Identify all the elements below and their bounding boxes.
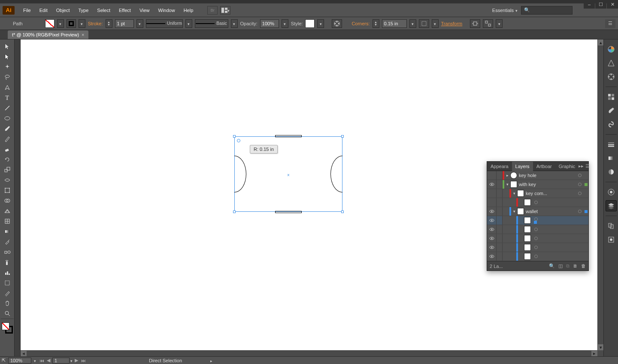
visibility-toggle[interactable] (487, 252, 497, 261)
pen-tool[interactable] (1, 82, 14, 93)
delete-layer-icon[interactable]: 🗑 (581, 263, 586, 269)
mesh-tool[interactable] (1, 216, 14, 226)
eyedropper-tool[interactable] (1, 237, 14, 247)
visibility-toggle[interactable] (487, 243, 497, 252)
stroke-swatch[interactable] (67, 19, 76, 28)
panel-tab-graphic-styles[interactable]: Graphic (555, 162, 579, 171)
scroll-up-icon[interactable]: ▴ (598, 39, 603, 45)
slice-tool[interactable] (1, 288, 14, 298)
lock-toggle[interactable] (497, 171, 503, 180)
brushes-panel-icon[interactable] (606, 105, 617, 116)
lock-toggle[interactable] (497, 189, 503, 198)
visibility-toggle[interactable] (487, 225, 497, 234)
variable-width-dropdown[interactable] (185, 19, 192, 28)
fill-dropdown[interactable] (57, 19, 64, 28)
zoom-tool[interactable] (1, 309, 14, 319)
menu-type[interactable]: Type (74, 6, 93, 15)
create-sublayer-icon[interactable]: ⧉ (566, 263, 570, 269)
paintbrush-tool[interactable] (1, 123, 14, 134)
layer-name[interactable] (531, 246, 588, 249)
perspective-grid-tool[interactable] (1, 206, 14, 216)
scroll-down-icon[interactable]: ▾ (598, 344, 603, 350)
free-transform-tool[interactable] (1, 185, 14, 196)
menu-view[interactable]: View (135, 6, 154, 15)
pencil-tool[interactable] (1, 134, 14, 144)
visibility-toggle[interactable] (487, 216, 497, 225)
panel-tab-artboards[interactable]: Artboar (533, 162, 555, 171)
select-similar-dropdown[interactable] (496, 19, 503, 28)
menu-select[interactable]: Select (93, 6, 115, 15)
disclosure-triangle-icon[interactable]: ▸ (504, 173, 510, 177)
disclosure-triangle-icon[interactable]: ▾ (511, 209, 517, 214)
locate-object-icon[interactable]: 🔍 (549, 263, 555, 269)
symbols-panel-icon[interactable] (606, 119, 617, 130)
layer-name[interactable]: key hole (517, 173, 576, 178)
align-button[interactable] (419, 19, 429, 28)
corners-dropdown[interactable] (409, 19, 416, 28)
window-maximize-button[interactable]: ☐ (595, 0, 606, 9)
layer-row[interactable] (487, 198, 588, 207)
bridge-button[interactable]: Br (207, 6, 218, 15)
document-tab[interactable]: t* @ 100% (RGB/Pixel Preview) × (8, 30, 88, 39)
blend-tool[interactable] (1, 247, 14, 257)
target-icon[interactable] (576, 174, 583, 177)
target-icon[interactable] (576, 210, 583, 213)
search-input[interactable] (532, 7, 566, 13)
shape-tool[interactable] (1, 113, 14, 123)
lock-toggle[interactable] (497, 225, 503, 234)
transparency-panel-icon[interactable] (606, 166, 617, 177)
layer-row[interactable]: ▾key com... (487, 189, 588, 198)
layer-row[interactable] (487, 225, 588, 234)
vertical-scrollbar[interactable]: ▴ ▾ (597, 39, 603, 350)
layer-name[interactable]: with key (517, 182, 576, 187)
panel-tab-appearance[interactable]: Appeara (487, 162, 512, 171)
visibility-toggle[interactable] (487, 171, 497, 180)
align-dropdown[interactable] (432, 19, 439, 28)
color-guide-panel-icon[interactable] (606, 57, 617, 69)
scroll-right-icon[interactable]: ▸ (591, 351, 597, 356)
select-similar-button[interactable] (483, 19, 493, 28)
disclosure-triangle-icon[interactable]: ▾ (511, 191, 517, 196)
corners-stepper[interactable]: ▲▼ (373, 19, 379, 28)
layer-name[interactable] (531, 228, 588, 231)
lock-toggle[interactable] (497, 207, 503, 216)
isolate-button[interactable] (470, 19, 480, 28)
hand-tool[interactable] (1, 298, 14, 309)
layer-name[interactable] (531, 255, 588, 258)
last-artboard-button[interactable]: ⏭ (80, 358, 86, 364)
visibility-toggle[interactable] (487, 198, 497, 207)
collapse-icon[interactable]: ▸▸ (579, 163, 584, 169)
selection-tool[interactable] (1, 41, 14, 51)
layer-name[interactable] (531, 201, 588, 204)
make-clipping-mask-icon[interactable]: ◫ (558, 263, 563, 269)
menu-effect[interactable]: Effect (115, 6, 135, 15)
graphic-style-swatch[interactable] (305, 19, 315, 28)
layer-row[interactable]: ▸key hole (487, 171, 588, 180)
target-icon[interactable] (533, 246, 539, 249)
fill-swatch[interactable] (45, 19, 55, 28)
shape-builder-tool[interactable] (1, 196, 14, 206)
target-icon[interactable] (576, 192, 583, 195)
recolor-artwork-button[interactable] (332, 19, 342, 28)
layer-name[interactable]: key com... (524, 191, 576, 196)
gradient-tool[interactable] (1, 226, 14, 237)
prev-artboard-button[interactable]: ◀ (45, 358, 52, 364)
panel-menu-icon[interactable]: ☰ (585, 163, 590, 169)
rotate-tool[interactable] (1, 154, 14, 165)
lock-toggle[interactable] (497, 180, 503, 189)
selection-handle-tr[interactable] (341, 135, 344, 138)
graphic-styles-panel-icon[interactable] (606, 234, 617, 245)
transform-link[interactable]: Transform (441, 21, 463, 26)
layer-name[interactable] (531, 237, 588, 240)
visibility-toggle[interactable] (487, 234, 497, 243)
first-artboard-button[interactable]: ⏮ (39, 358, 45, 364)
kuler-panel-icon[interactable] (606, 71, 617, 82)
graphic-style-dropdown[interactable] (317, 19, 324, 28)
target-icon[interactable] (533, 228, 539, 231)
visibility-toggle[interactable] (487, 189, 497, 198)
target-icon[interactable] (533, 255, 539, 258)
status-menu-icon[interactable] (210, 358, 212, 363)
menu-object[interactable]: Object (52, 6, 74, 15)
stroke-panel-icon[interactable] (606, 139, 617, 150)
layer-row[interactable]: ▾with key (487, 180, 588, 189)
